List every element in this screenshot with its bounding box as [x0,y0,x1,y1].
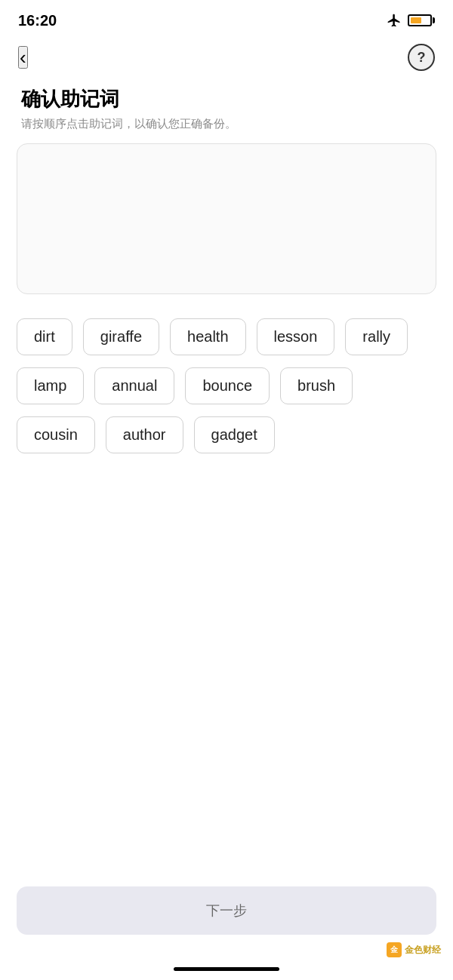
next-button[interactable]: 下一步 [17,886,436,935]
page-subtitle: 请按顺序点击助记词，以确认您正确备份。 [21,117,432,131]
word-chip-dirt[interactable]: dirt [17,318,72,355]
word-chip-rally[interactable]: rally [345,318,408,355]
watermark-text: 金色财经 [405,944,441,957]
next-button-container: 下一步 [17,886,436,935]
title-area: 确认助记词 请按顺序点击助记词，以确认您正确备份。 [0,77,453,143]
word-chip-cousin[interactable]: cousin [17,416,95,453]
words-container: dirtgiraffehealthlessonrallylampannualbo… [0,312,453,459]
word-chip-brush[interactable]: brush [280,367,353,404]
word-chip-bounce[interactable]: bounce [185,367,270,404]
word-chip-gadget[interactable]: gadget [194,416,275,453]
status-icons [387,13,435,28]
status-time: 16:20 [18,12,57,29]
word-chip-author[interactable]: author [106,416,183,453]
nav-bar: ‹ ? [0,38,453,77]
back-button[interactable]: ‹ [18,46,28,69]
word-chip-lesson[interactable]: lesson [257,318,335,355]
word-chip-giraffe[interactable]: giraffe [83,318,159,355]
page-title: 确认助记词 [21,86,432,112]
watermark-icon: 金 [387,942,402,957]
word-chip-lamp[interactable]: lamp [17,367,84,404]
home-indicator [174,967,279,971]
help-button[interactable]: ? [408,44,435,71]
watermark: 金 金色财经 [387,942,441,957]
word-chip-health[interactable]: health [170,318,246,355]
status-bar: 16:20 [0,0,453,38]
battery-icon [408,14,435,26]
word-chip-annual[interactable]: annual [94,367,174,404]
selection-box [17,143,436,294]
airplane-icon [387,13,402,28]
